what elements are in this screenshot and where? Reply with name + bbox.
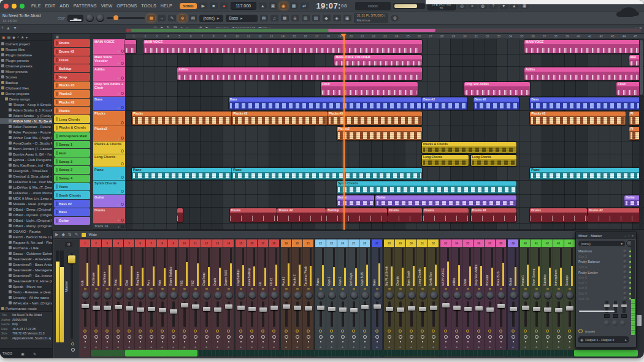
- menu-item-edit[interactable]: EDIT: [45, 4, 56, 8]
- track-mute-icon[interactable]: [121, 176, 124, 179]
- mixer-mute-led[interactable]: [546, 288, 549, 290]
- stereo-knob-icon[interactable]: [546, 335, 550, 339]
- channel-fader[interactable]: [240, 301, 242, 327]
- mixer-play-icon[interactable]: ▶: [55, 232, 58, 237]
- route-enable-icon[interactable]: [578, 329, 583, 333]
- channel-fader-handle[interactable]: [475, 306, 483, 311]
- fx-slot[interactable]: Fruity Balance: [578, 259, 631, 265]
- record-arm-dot[interactable]: [118, 341, 119, 342]
- clip[interactable]: Piano: [530, 168, 641, 179]
- track-header[interactable]: Bass♪: [93, 97, 125, 111]
- mixer-mute-led[interactable]: [467, 288, 469, 290]
- track-mute-icon[interactable]: [121, 62, 124, 65]
- fx-enable-lamp-icon[interactable]: [285, 330, 288, 333]
- pattern-item[interactable]: Guitar: [54, 217, 90, 225]
- pan-knob[interactable]: [214, 292, 222, 300]
- mixer-channel[interactable]: 22Piano▲: [315, 239, 326, 357]
- browser-item[interactable]: OBaid - Rainy..(Original Mix): [0, 223, 52, 228]
- fx-slot-knob[interactable]: [623, 265, 627, 270]
- channel-fader-handle[interactable]: [361, 305, 369, 309]
- pan-knob[interactable]: [148, 292, 156, 300]
- channel-fader[interactable]: [445, 301, 447, 327]
- up-icon[interactable]: ▲: [6, 26, 10, 30]
- clip[interactable]: Drums: [388, 208, 422, 222]
- record-arm-dot[interactable]: [525, 341, 526, 342]
- record-arm-dot[interactable]: [217, 341, 218, 342]
- pan-knob[interactable]: [430, 292, 438, 300]
- browser-item[interactable]: Eric Kauffman..ind - Exoplanet: [0, 162, 52, 168]
- fx-enable-lamp-icon[interactable]: [568, 330, 571, 333]
- mixer-channel[interactable]: 1Kick▲: [80, 239, 91, 357]
- mixer-mute-led[interactable]: [432, 288, 435, 290]
- record-arm-dot[interactable]: [107, 341, 108, 342]
- add-icon[interactable]: +: [1, 26, 4, 30]
- tempo-display[interactable]: 117.000: [231, 2, 256, 10]
- channel-fader-handle[interactable]: [148, 307, 155, 311]
- fx-enable-lamp-icon[interactable]: [172, 330, 175, 333]
- record-arm-dot[interactable]: [286, 341, 287, 342]
- mixer-mute-led[interactable]: [128, 288, 131, 290]
- record-arm-dot[interactable]: [195, 341, 196, 342]
- channel-fader-handle[interactable]: [566, 306, 573, 311]
- fx-enable-lamp-icon[interactable]: [161, 330, 164, 333]
- stereo-knob-icon[interactable]: [557, 335, 561, 339]
- clip[interactable]: Plucks & Chords: [422, 142, 516, 153]
- browser-item[interactable]: Channel presets: [0, 63, 52, 69]
- fx-slot[interactable]: Slot 6: [578, 275, 631, 281]
- fx-enable-lamp-icon[interactable]: [83, 330, 86, 333]
- track-header[interactable]: Plucks♪: [93, 111, 125, 126]
- browser-item[interactable]: Umcsky - All the same: [0, 295, 52, 300]
- mixer-view-label[interactable]: Wide: [89, 233, 98, 236]
- record-arm-dot[interactable]: [433, 341, 434, 342]
- stereo-knob-icon[interactable]: [296, 335, 299, 339]
- mixer-edit-icon[interactable]: ✎: [75, 232, 79, 237]
- master-strip[interactable]: M Master: [54, 239, 79, 358]
- channel-fader[interactable]: [489, 301, 491, 327]
- pan-knob[interactable]: [475, 292, 483, 300]
- mixer-mute-led[interactable]: [331, 288, 333, 290]
- stereo-knob-icon[interactable]: [455, 335, 459, 339]
- master-fader-handle[interactable]: [68, 255, 75, 263]
- browser-tab-star-icon[interactable]: ★: [21, 35, 24, 39]
- master-fader[interactable]: [71, 253, 73, 339]
- pan-knob[interactable]: [248, 292, 256, 300]
- stereo-knob-icon[interactable]: [216, 335, 220, 339]
- mixer-mute-led[interactable]: [84, 288, 86, 290]
- step-edit-icon[interactable]: →: [158, 15, 166, 21]
- master-lamp-icon[interactable]: [71, 342, 74, 345]
- channel-fader[interactable]: [399, 301, 402, 327]
- track-mute-icon[interactable]: [121, 121, 124, 124]
- mixer-channel[interactable]: 39Guitar▲: [508, 239, 519, 357]
- mixer-hand-icon[interactable]: ◆: [61, 232, 64, 237]
- pattern-picker-icon[interactable]: ▦: [56, 35, 59, 39]
- stereo-knob-icon[interactable]: [341, 335, 345, 339]
- fx-slot[interactable]: Slot 8: [578, 285, 631, 291]
- record-arm-dot[interactable]: [251, 341, 253, 342]
- mixer-mute-led[interactable]: [524, 288, 527, 290]
- channel-fader-handle[interactable]: [237, 306, 245, 310]
- fx-slot-knob[interactable]: [623, 276, 627, 280]
- mixer-channel[interactable]: 40Impact1▲: [520, 239, 531, 357]
- mixer-mute-led[interactable]: [217, 288, 219, 290]
- mixer-channel[interactable]: 30Bass Synth▲: [406, 239, 417, 357]
- channel-fader[interactable]: [84, 301, 86, 327]
- stereo-knob-icon[interactable]: [261, 335, 265, 339]
- pattern-item[interactable]: Sweep 3: [54, 157, 90, 165]
- channel-fader-handle[interactable]: [486, 307, 494, 312]
- maximize-window-icon[interactable]: [20, 4, 25, 9]
- browser-item[interactable]: Adam Szabo & J..Knock Me Out: [0, 107, 52, 113]
- channel-fader[interactable]: [432, 301, 435, 327]
- stereo-knob-icon[interactable]: [512, 335, 515, 339]
- channel-fader-handle[interactable]: [294, 306, 301, 310]
- browser-item[interactable]: Gestival & Sina..ubrial - RawT..: [0, 173, 52, 179]
- channel-fader[interactable]: [558, 301, 560, 327]
- mixer-channel[interactable]: 35Choir▲: [462, 239, 473, 357]
- browser-item[interactable]: Adam Szabo - y (Funky Mix): [0, 113, 52, 118]
- mixer-channel[interactable]: 25Soft Keys▲: [348, 239, 359, 357]
- stereo-knob-icon[interactable]: [352, 335, 356, 339]
- record-arm-dot[interactable]: [240, 341, 242, 342]
- pan-knob[interactable]: [510, 292, 518, 300]
- browser-item[interactable]: OBaid - Deep..(Original Mix): [0, 206, 52, 212]
- fx-enable-lamp-icon[interactable]: [150, 330, 153, 333]
- pan-knob[interactable]: [419, 292, 427, 300]
